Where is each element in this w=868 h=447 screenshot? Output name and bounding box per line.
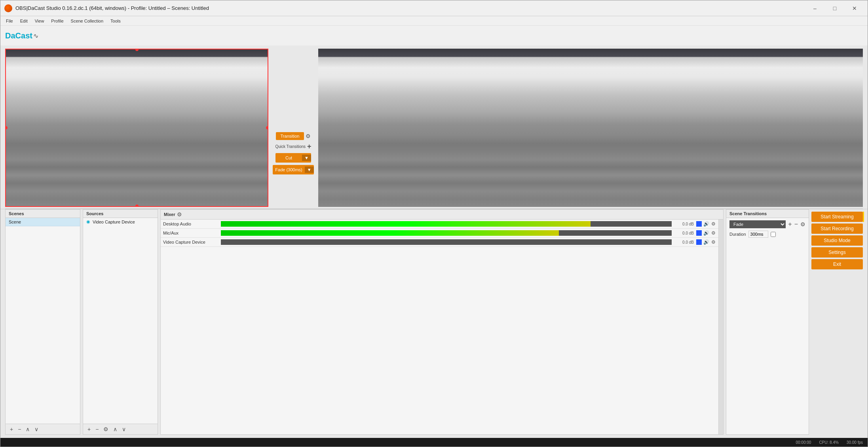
status-bar: 00:00:00 CPU: 8.4% 30.00 fps bbox=[0, 438, 868, 447]
left-camera-scene bbox=[5, 49, 268, 207]
main-content: Transition ⚙ Quick Transitions + Cut ▼ F… bbox=[0, 45, 868, 438]
duration-checkbox[interactable] bbox=[771, 232, 776, 237]
mixer-video-color[interactable] bbox=[696, 239, 702, 245]
menu-file[interactable]: File bbox=[3, 18, 16, 24]
transition-settings-button[interactable]: ⚙ bbox=[306, 133, 311, 139]
add-source-button[interactable]: + bbox=[86, 426, 92, 433]
mixer-content: Desktop Audio 0.0 dB 🔊 ⚙ bbox=[161, 220, 723, 434]
duration-input[interactable] bbox=[748, 231, 768, 238]
menu-bar: File Edit View Profile Scene Collection … bbox=[0, 16, 868, 26]
quick-transitions-row: Quick Transitions + bbox=[275, 142, 311, 151]
close-button[interactable]: ✕ bbox=[845, 2, 864, 15]
right-camera-scene bbox=[318, 49, 863, 207]
mixer-panel-header: Mixer ⚙ bbox=[161, 210, 723, 220]
sources-panel-body: ◉ Video Capture Device bbox=[83, 218, 158, 424]
mixer-label: Mixer bbox=[164, 212, 175, 217]
status-cpu: CPU: 8.4% bbox=[819, 440, 838, 445]
title-bar: OBS|DaCast Studio 0.16.2.dc.1 (64bit, wi… bbox=[0, 0, 868, 16]
move-source-down-button[interactable]: ∨ bbox=[121, 426, 127, 433]
mixer-video-settings[interactable]: ⚙ bbox=[711, 239, 716, 245]
mixer-mic-color[interactable] bbox=[696, 230, 702, 236]
scene-transitions-label: Scene Transitions bbox=[729, 211, 767, 216]
add-transition-button[interactable]: + bbox=[788, 221, 792, 228]
settings-button[interactable]: Settings bbox=[811, 247, 863, 258]
mixer-mic-bar bbox=[221, 230, 672, 236]
left-preview bbox=[5, 49, 268, 207]
mixer-desktop-audio-label: Desktop Audio bbox=[163, 222, 218, 226]
window-controls: – □ ✕ bbox=[806, 2, 864, 15]
start-streaming-button[interactable]: Start Streaming bbox=[811, 212, 863, 222]
mixer-row-desktop-audio: Desktop Audio 0.0 dB 🔊 ⚙ bbox=[161, 220, 718, 229]
fade-select[interactable]: Fade bbox=[729, 220, 786, 228]
mixer-panel: Mixer ⚙ Desktop Audio 0.0 dB bbox=[160, 209, 724, 435]
mixer-video-label: Video Capture Device bbox=[163, 240, 218, 244]
mixer-mic-db: 0.0 dB bbox=[674, 231, 694, 235]
add-scene-button[interactable]: + bbox=[9, 426, 14, 433]
preview-area: Transition ⚙ Quick Transitions + Cut ▼ F… bbox=[0, 45, 868, 208]
logo-squiggle: ∿ bbox=[33, 32, 38, 40]
sources-panel: Sources ◉ Video Capture Device + − ⚙ ∧ ∨ bbox=[83, 209, 158, 435]
menu-view[interactable]: View bbox=[32, 18, 47, 24]
status-fps: 30.00 fps bbox=[847, 440, 863, 445]
mixer-video-db: 0.0 dB bbox=[674, 240, 694, 244]
main-window: OBS|DaCast Studio 0.16.2.dc.1 (64bit, wi… bbox=[0, 0, 868, 447]
move-scene-up-button[interactable]: ∧ bbox=[25, 426, 31, 433]
scene-transitions-content: Fade + − ⚙ Duration bbox=[726, 218, 809, 240]
fade-dropdown[interactable]: Fade (300ms) ▼ bbox=[273, 165, 313, 174]
transition-header: Transition ⚙ bbox=[272, 132, 315, 140]
add-quick-transition-button[interactable]: + bbox=[307, 142, 311, 151]
menu-edit[interactable]: Edit bbox=[17, 18, 31, 24]
menu-scene-collection[interactable]: Scene Collection bbox=[68, 18, 107, 24]
menu-tools[interactable]: Tools bbox=[107, 18, 124, 24]
scenes-panel-header: Scenes bbox=[6, 210, 80, 218]
remove-scene-button[interactable]: − bbox=[17, 426, 22, 433]
quick-transitions-label: Quick Transitions bbox=[275, 144, 306, 149]
mixer-video-controls: 🔊 ⚙ bbox=[696, 239, 716, 245]
source-label: Video Capture Device bbox=[93, 220, 135, 224]
scene-item[interactable]: Scene bbox=[6, 218, 80, 226]
move-scene-down-button[interactable]: ∨ bbox=[33, 426, 40, 433]
right-preview bbox=[318, 49, 863, 207]
start-recording-button[interactable]: Start Recording bbox=[811, 224, 863, 234]
status-time: 00:00:00 bbox=[796, 440, 811, 445]
mixer-mic-controls: 🔊 ⚙ bbox=[696, 230, 716, 236]
menu-profile[interactable]: Profile bbox=[48, 18, 66, 24]
transition-button[interactable]: Transition bbox=[276, 132, 304, 140]
source-item[interactable]: ◉ Video Capture Device bbox=[83, 218, 158, 225]
mixer-desktop-audio-settings[interactable]: ⚙ bbox=[711, 221, 716, 227]
scenes-panel-body: Scene bbox=[6, 218, 80, 424]
mixer-scrollbar[interactable] bbox=[718, 220, 723, 434]
left-preview-container bbox=[5, 49, 268, 207]
remove-source-button[interactable]: − bbox=[94, 426, 100, 433]
move-source-up-button[interactable]: ∧ bbox=[112, 426, 118, 433]
mixer-mic-mute[interactable]: 🔊 bbox=[703, 230, 710, 236]
minimize-button[interactable]: – bbox=[806, 2, 824, 15]
mixer-row-mic: Mic/Aux 0.0 dB 🔊 ⚙ bbox=[161, 229, 718, 238]
cut-dropdown[interactable]: Cut ▼ bbox=[275, 153, 311, 163]
mixer-rows: Desktop Audio 0.0 dB 🔊 ⚙ bbox=[161, 220, 718, 434]
remove-transition-button[interactable]: − bbox=[794, 221, 798, 228]
mixer-mic-settings[interactable]: ⚙ bbox=[711, 230, 716, 236]
transition-controls: Transition ⚙ Quick Transitions + Cut ▼ F… bbox=[272, 96, 315, 207]
mixer-settings-button[interactable]: ⚙ bbox=[177, 211, 182, 218]
window-title: OBS|DaCast Studio 0.16.2.dc.1 (64bit, wi… bbox=[15, 5, 806, 11]
mixer-desktop-audio-mute[interactable]: 🔊 bbox=[703, 221, 710, 227]
mixer-desktop-audio-controls: 🔊 ⚙ bbox=[696, 221, 716, 227]
duration-row: Duration bbox=[729, 231, 805, 238]
sources-label: Sources bbox=[86, 211, 103, 216]
source-settings-button[interactable]: ⚙ bbox=[102, 426, 110, 433]
mixer-video-mute[interactable]: 🔊 bbox=[703, 239, 710, 245]
app-icon bbox=[4, 4, 12, 12]
mixer-video-bar bbox=[221, 239, 672, 245]
exit-button[interactable]: Exit bbox=[811, 259, 863, 269]
scene-transitions-header: Scene Transitions bbox=[726, 210, 809, 218]
maximize-button[interactable]: □ bbox=[826, 2, 844, 15]
transition-gear-button[interactable]: ⚙ bbox=[800, 221, 805, 227]
scenes-label: Scenes bbox=[9, 211, 24, 216]
mixer-desktop-audio-color[interactable] bbox=[696, 221, 702, 227]
mixer-desktop-audio-fill bbox=[221, 221, 591, 227]
studio-mode-button[interactable]: Studio Mode bbox=[811, 235, 863, 246]
bottom-panels: Scenes Scene + − ∧ ∨ Sources bbox=[0, 209, 868, 438]
scenes-panel-footer: + − ∧ ∨ bbox=[6, 424, 80, 434]
sources-panel-header: Sources bbox=[83, 210, 158, 218]
